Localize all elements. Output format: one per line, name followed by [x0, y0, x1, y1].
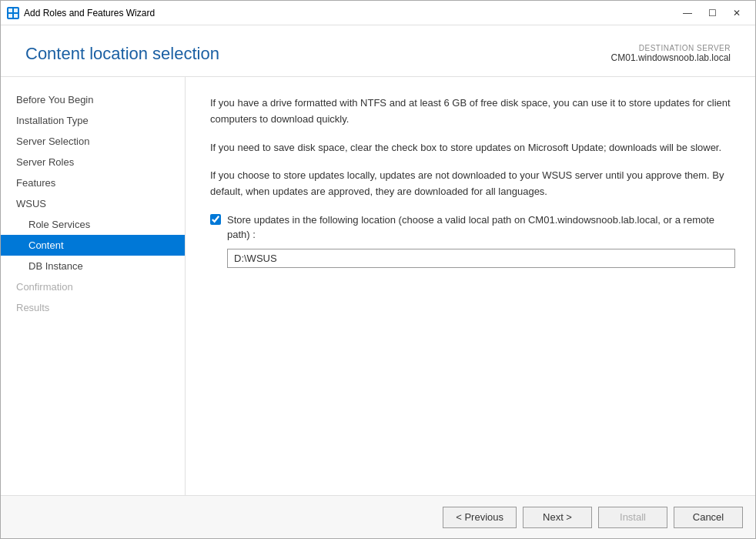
svg-rect-2 [8, 14, 12, 18]
destination-server-info: DESTINATION SERVER CM01.windowsnoob.lab.… [611, 44, 731, 63]
server-name-value: CM01.windowsnoob.lab.local [611, 52, 731, 63]
svg-rect-0 [8, 8, 12, 12]
maximize-button[interactable]: ☐ [700, 1, 724, 25]
sidebar-item-wsus[interactable]: WSUS [1, 193, 185, 214]
sidebar-item-db-instance[interactable]: DB Instance [1, 256, 185, 276]
minimize-button[interactable]: — [675, 1, 700, 25]
sidebar: Before You Begin Installation Type Serve… [1, 77, 186, 495]
store-updates-label[interactable]: Store updates in the following location … [227, 213, 731, 243]
wizard-window: Add Roles and Features Wizard — ☐ ✕ Cont… [0, 0, 756, 539]
sidebar-item-content[interactable]: Content [1, 235, 185, 256]
store-updates-checkbox-row: Store updates in the following location … [210, 213, 731, 243]
wizard-header: Content location selection DESTINATION S… [1, 25, 755, 77]
svg-rect-3 [14, 14, 18, 18]
info-paragraph-3: If you choose to store updates locally, … [210, 168, 731, 200]
sidebar-item-confirmation: Confirmation [1, 276, 185, 297]
wsus-path-input[interactable] [227, 249, 735, 268]
window-title: Add Roles and Features Wizard [24, 8, 675, 18]
info-paragraph-2: If you need to save disk space, clear th… [210, 140, 731, 156]
sidebar-item-server-selection[interactable]: Server Selection [1, 131, 185, 152]
sidebar-item-features[interactable]: Features [1, 172, 185, 193]
next-button[interactable]: Next > [523, 507, 592, 528]
svg-rect-1 [14, 8, 18, 12]
sidebar-item-role-services[interactable]: Role Services [1, 214, 185, 235]
main-body: Before You Begin Installation Type Serve… [1, 77, 755, 495]
wizard-footer: < Previous Next > Install Cancel [1, 495, 755, 538]
content-area: Content location selection DESTINATION S… [1, 25, 755, 538]
app-icon [7, 7, 19, 19]
page-title: Content location selection [25, 44, 219, 64]
sidebar-item-server-roles[interactable]: Server Roles [1, 152, 185, 172]
previous-button[interactable]: < Previous [443, 507, 517, 528]
store-updates-checkbox[interactable] [210, 214, 221, 225]
destination-server-label: DESTINATION SERVER [611, 44, 731, 52]
sidebar-item-results: Results [1, 297, 185, 318]
wizard-content-panel: If you have a drive formatted with NTFS … [186, 77, 755, 495]
sidebar-item-before-you-begin[interactable]: Before You Begin [1, 89, 185, 110]
info-paragraph-1: If you have a drive formatted with NTFS … [210, 95, 731, 128]
cancel-button[interactable]: Cancel [674, 507, 743, 528]
window-controls: — ☐ ✕ [675, 1, 749, 25]
close-button[interactable]: ✕ [724, 1, 749, 25]
sidebar-item-installation-type[interactable]: Installation Type [1, 110, 185, 131]
titlebar: Add Roles and Features Wizard — ☐ ✕ [1, 1, 755, 25]
install-button[interactable]: Install [598, 507, 667, 528]
